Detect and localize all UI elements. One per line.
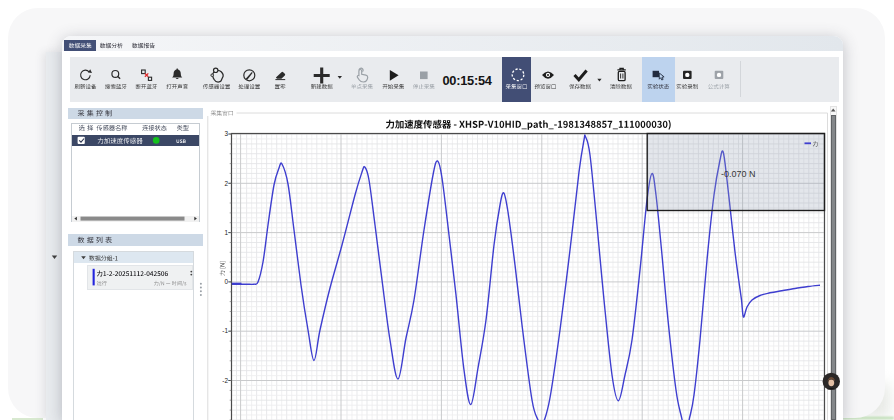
svg-text:0: 0: [224, 278, 228, 285]
svg-text:-2: -2: [222, 377, 228, 384]
svg-text:3: 3: [224, 130, 228, 137]
svg-text:2: 2: [224, 180, 228, 187]
svg-text:-1: -1: [222, 327, 228, 334]
svg-text:1: 1: [224, 229, 228, 236]
svg-text:-0.070 N: -0.070 N: [721, 169, 756, 179]
